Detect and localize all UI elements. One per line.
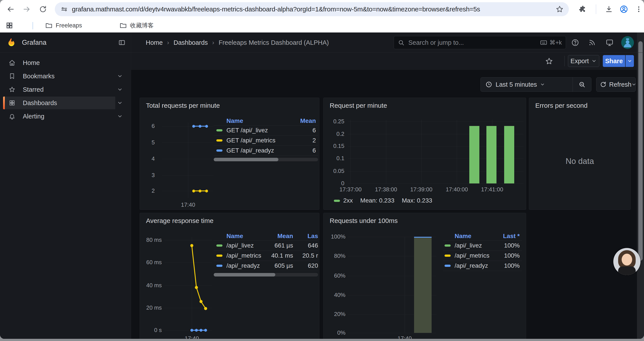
legend-series-name[interactable]: GET /api/_metrics <box>226 137 276 144</box>
help-icon[interactable] <box>571 38 580 47</box>
panel-title[interactable]: Request per minute <box>330 102 387 109</box>
url-text[interactable]: grafana.mathmast.com/d/deytv4rwavabkb/fr… <box>72 6 553 13</box>
search-field[interactable] <box>408 39 540 47</box>
refresh-interval-dropdown[interactable] <box>632 82 636 87</box>
chevron-down-icon[interactable] <box>117 87 123 92</box>
y-axis-tick: 0.1 <box>325 155 344 162</box>
apps-icon <box>9 100 15 106</box>
legend-scrollbar[interactable] <box>214 158 318 161</box>
user-avatar[interactable] <box>621 36 634 49</box>
bookmark-folder-blogs[interactable]: 收藏博客 <box>120 20 154 31</box>
legend-col-value[interactable]: Mean <box>300 117 316 124</box>
legend-col-value[interactable]: Last * <box>503 233 520 240</box>
bookmark-star-icon[interactable] <box>556 5 564 13</box>
chevron-down-icon[interactable] <box>117 100 123 106</box>
search-icon <box>398 39 404 46</box>
legend-col-name[interactable]: Name <box>226 117 243 124</box>
zoom-out-button[interactable] <box>573 81 591 88</box>
legend-series-name[interactable]: GET /api/_livez <box>226 127 268 134</box>
panel-request-per-minute[interactable]: Request per minute 0.250.20.150.10.05017… <box>323 98 526 210</box>
breadcrumb-item[interactable]: Dashboards <box>174 39 208 46</box>
collapse-sidebar-icon[interactable] <box>118 39 126 46</box>
legend-series-name[interactable]: /api/_readyz <box>454 262 488 269</box>
y-axis-tick: 3 <box>141 172 155 179</box>
series-color-pill <box>334 200 340 202</box>
brand-title[interactable]: Grafana <box>22 39 46 47</box>
y-axis-tick: 4 <box>141 155 155 162</box>
legend-row[interactable]: /api/_livez100% <box>443 240 522 251</box>
legend-series-name[interactable]: 2xx <box>343 197 353 204</box>
legend-last-value: 620 <box>214 262 318 269</box>
y-axis-tick: 0.15 <box>325 143 344 149</box>
legend-row[interactable]: /api/_metrics100% <box>443 251 522 261</box>
time-range-picker[interactable]: Last 5 minutes <box>480 77 592 92</box>
news-rss-icon[interactable] <box>588 38 596 47</box>
legend-row[interactable]: GET /api/_readyz6 <box>214 146 318 156</box>
menu-dots-icon[interactable] <box>632 3 644 16</box>
legend-row[interactable]: GET /api/_metrics2 <box>214 135 318 146</box>
bookmark-folder-freeleaps[interactable]: Freeleaps <box>45 20 82 31</box>
sidebar-item-dashboards[interactable]: Dashboards <box>3 97 115 109</box>
reload-icon[interactable] <box>36 3 50 16</box>
panel-title[interactable]: Errors per second <box>535 102 588 109</box>
dashboard-canvas: Last 5 minutes Refresh <box>131 70 644 339</box>
star-icon <box>9 86 15 93</box>
refresh-button-group[interactable]: Refresh <box>596 77 636 92</box>
grafana-logo-icon[interactable] <box>6 38 16 47</box>
y-axis-tick: 0 <box>325 180 344 187</box>
gridline <box>348 146 524 146</box>
forward-icon[interactable] <box>20 3 33 16</box>
floating-assistant-avatar[interactable] <box>613 248 640 275</box>
star-dashboard-icon[interactable] <box>545 57 553 65</box>
data-point <box>205 190 208 192</box>
back-icon[interactable] <box>4 3 17 16</box>
panel-requests-under-100ms[interactable]: Requests under 100ms 100%80%60%40%20%0%1… <box>323 213 526 339</box>
sidebar-item-alerting[interactable]: Alerting <box>3 110 128 123</box>
sidebar-item-starred[interactable]: Starred <box>3 83 128 96</box>
legend-scrollbar-thumb[interactable] <box>214 273 275 276</box>
legend-col-name[interactable]: Name <box>454 233 471 240</box>
site-settings-icon[interactable] <box>60 6 68 13</box>
legend-series-name[interactable]: GET /api/_readyz <box>226 147 274 154</box>
share-button[interactable]: Share <box>603 55 625 67</box>
page-scrollbar[interactable] <box>637 33 644 339</box>
profile-icon[interactable] <box>617 3 630 16</box>
panel-title[interactable]: Requests under 100ms <box>330 217 398 224</box>
legend-col-last[interactable]: Las <box>214 233 318 240</box>
legend-series-name[interactable]: /api/_metrics <box>454 252 490 259</box>
panel-errors-per-second[interactable]: Errors per second No data <box>529 98 631 210</box>
address-bar[interactable]: grafana.mathmast.com/d/deytv4rwavabkb/fr… <box>55 2 569 16</box>
folder-icon <box>45 22 52 29</box>
monitor-icon[interactable] <box>605 38 614 47</box>
search-input[interactable]: ⌘+k <box>394 36 566 49</box>
breadcrumb-item[interactable]: Home <box>146 39 163 46</box>
breadcrumb-separator: › <box>212 39 214 46</box>
share-dropdown-button[interactable] <box>626 55 634 67</box>
legend-scrollbar-thumb[interactable] <box>214 158 278 161</box>
panel-title[interactable]: Total requests per minute <box>146 102 220 109</box>
panel-total-requests[interactable]: Total requests per minute 6543217:40Name… <box>140 98 319 210</box>
no-data-message: No data <box>529 157 630 166</box>
chevron-down-icon[interactable] <box>117 73 123 79</box>
legend-series-name[interactable]: /api/_livez <box>454 242 482 249</box>
legend-scrollbar[interactable] <box>214 273 318 276</box>
legend-row[interactable]: /api/_livez661 µs646 <box>214 240 318 251</box>
legend-row[interactable]: /api/_metrics40.1 ms20.5 r <box>214 251 318 261</box>
legend-row[interactable]: /api/_readyz100% <box>443 261 522 271</box>
sidebar-item-bookmarks[interactable]: Bookmarks <box>3 70 128 83</box>
legend-inline[interactable]: 2xxMean: 0.233Max: 0.233 <box>343 197 432 204</box>
extensions-icon[interactable] <box>576 3 589 16</box>
legend-row[interactable]: /api/_readyz605 µs620 <box>214 261 318 271</box>
export-button[interactable]: Export <box>568 55 599 67</box>
panel-average-response-time[interactable]: Average response time 80 ms60 ms40 ms20 … <box>140 213 319 339</box>
scrollbar-thumb[interactable] <box>638 41 643 261</box>
panel-title[interactable]: Average response time <box>146 217 214 224</box>
download-icon[interactable] <box>602 3 616 16</box>
apps-grid-icon[interactable] <box>6 20 13 31</box>
sidebar-item-home[interactable]: Home <box>3 56 128 69</box>
legend-value: 100% <box>504 242 520 249</box>
x-axis-tick: 17:40:00 <box>437 186 476 193</box>
legend-row[interactable]: GET /api/_livez6 <box>214 125 318 136</box>
avatar-face <box>622 254 632 265</box>
chevron-down-icon[interactable] <box>117 113 123 119</box>
